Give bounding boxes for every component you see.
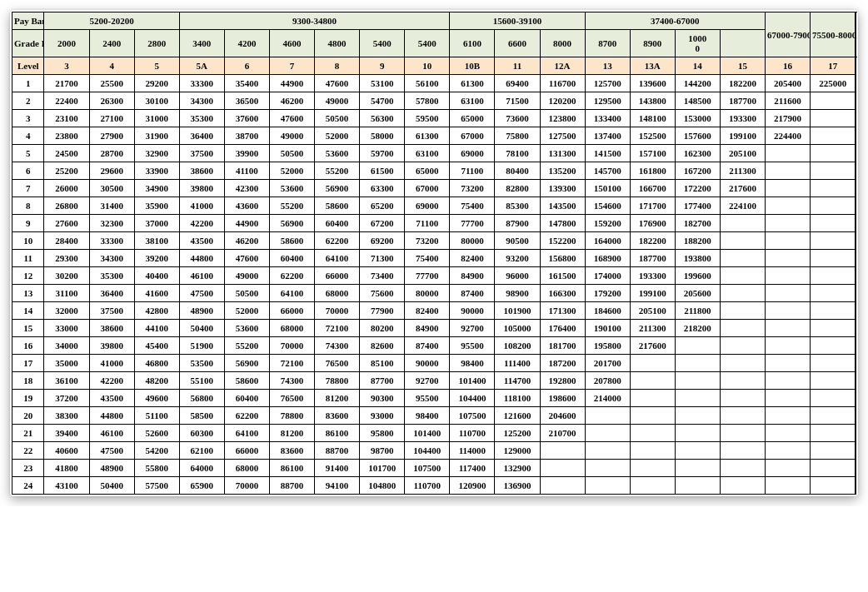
value-cell: 67000	[405, 180, 450, 197]
grade-pay-cell: 2800	[134, 30, 179, 57]
value-cell: 59500	[405, 110, 450, 127]
value-cell	[630, 477, 675, 495]
value-cell: 69000	[450, 145, 495, 162]
value-cell: 90500	[495, 232, 540, 250]
grade-pay-cell: 6100	[450, 30, 495, 57]
pay-band-group: 75500-80000	[811, 12, 856, 57]
value-cell: 144200	[675, 75, 720, 92]
table-row: 3231002710031000353003760047600505005630…	[12, 110, 856, 127]
value-cell	[765, 390, 810, 407]
value-cell: 65000	[405, 162, 450, 180]
value-cell	[630, 460, 675, 477]
value-cell: 164000	[585, 232, 630, 250]
value-cell: 59700	[360, 145, 405, 162]
value-cell: 218200	[675, 320, 720, 337]
level-cell: 4	[89, 57, 134, 75]
value-cell: 33900	[134, 162, 179, 180]
value-cell	[765, 337, 810, 355]
grade-pay-cell: 4800	[315, 30, 360, 57]
value-cell: 42300	[224, 180, 269, 197]
table-row: 1634000398004540051900552007000074300826…	[12, 337, 856, 355]
value-cell	[811, 250, 856, 267]
value-cell: 32900	[134, 145, 179, 162]
value-cell: 61300	[450, 75, 495, 92]
value-cell: 161500	[540, 267, 585, 285]
value-cell: 78800	[315, 372, 360, 390]
value-cell: 107500	[450, 407, 495, 425]
value-cell	[765, 232, 810, 250]
value-cell: 83600	[315, 407, 360, 425]
value-cell: 145700	[585, 162, 630, 180]
value-cell: 37200	[44, 390, 89, 407]
value-cell: 53600	[224, 320, 269, 337]
value-cell	[811, 197, 856, 215]
value-cell: 98900	[495, 285, 540, 302]
value-cell: 52000	[224, 302, 269, 320]
table-row: 2139400461005260060300641008120086100958…	[12, 425, 856, 442]
value-cell	[675, 442, 720, 460]
value-cell: 152500	[630, 127, 675, 145]
value-cell	[811, 320, 856, 337]
value-cell: 44800	[179, 250, 224, 267]
value-cell: 104400	[405, 442, 450, 460]
value-cell: 54700	[360, 92, 405, 110]
value-cell: 217900	[765, 110, 810, 127]
value-cell: 42200	[179, 215, 224, 232]
value-cell: 58600	[269, 232, 314, 250]
value-cell: 162300	[675, 145, 720, 162]
value-cell: 137400	[585, 127, 630, 145]
table-body: 1217002550029200333003540044900476005310…	[12, 75, 856, 495]
value-cell: 101900	[495, 302, 540, 320]
table-row: 1432000375004280048900520006600070000779…	[12, 302, 856, 320]
value-cell	[811, 92, 856, 110]
table-row: 2224002630030100343003650046200490005470…	[12, 92, 856, 110]
value-cell: 49600	[134, 390, 179, 407]
value-cell: 64100	[315, 250, 360, 267]
row-index: 4	[12, 127, 44, 145]
grade-pay-cell: 4600	[269, 30, 314, 57]
value-cell	[720, 425, 765, 442]
value-cell: 87400	[450, 285, 495, 302]
value-cell: 35900	[134, 197, 179, 215]
value-cell: 118100	[495, 390, 540, 407]
row-index: 3	[12, 110, 44, 127]
value-cell: 35300	[179, 110, 224, 127]
value-cell: 95500	[405, 390, 450, 407]
grade-pay-cell: 3400	[179, 30, 224, 57]
value-cell: 204600	[540, 407, 585, 425]
value-cell: 177400	[675, 197, 720, 215]
value-cell: 139600	[630, 75, 675, 92]
value-cell: 98700	[360, 442, 405, 460]
value-cell: 25200	[44, 162, 89, 180]
value-cell	[540, 460, 585, 477]
value-cell	[720, 285, 765, 302]
value-cell: 44100	[134, 320, 179, 337]
value-cell: 34900	[134, 180, 179, 197]
value-cell: 225000	[811, 75, 856, 92]
value-cell	[765, 477, 810, 495]
value-cell: 56300	[360, 110, 405, 127]
row-index: 7	[12, 180, 44, 197]
value-cell: 62200	[269, 267, 314, 285]
value-cell: 41100	[224, 162, 269, 180]
header-grade-pay-label: Grade Pay	[12, 30, 44, 57]
value-cell	[765, 267, 810, 285]
value-cell: 150100	[585, 180, 630, 197]
value-cell: 176400	[540, 320, 585, 337]
value-cell: 47600	[269, 110, 314, 127]
value-cell: 80400	[495, 162, 540, 180]
value-cell: 52000	[315, 127, 360, 145]
value-cell: 104800	[360, 477, 405, 495]
value-cell: 30100	[134, 92, 179, 110]
table-row: 6252002960033900386004110052000552006150…	[12, 162, 856, 180]
value-cell: 49000	[315, 92, 360, 110]
value-cell	[720, 390, 765, 407]
value-cell: 58600	[224, 372, 269, 390]
value-cell: 77900	[360, 302, 405, 320]
value-cell: 46800	[134, 355, 179, 372]
row-index: 9	[12, 215, 44, 232]
row-index: 11	[12, 250, 44, 267]
value-cell: 205400	[765, 75, 810, 92]
value-cell: 48900	[179, 302, 224, 320]
value-cell: 72100	[315, 320, 360, 337]
